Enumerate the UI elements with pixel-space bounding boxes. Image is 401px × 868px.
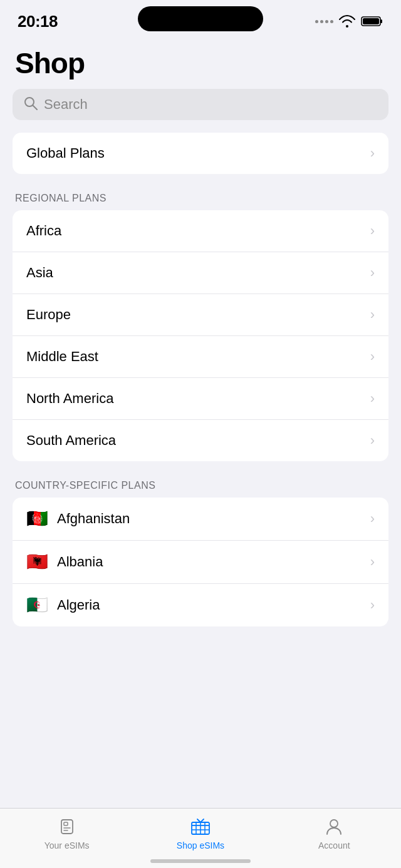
tab-shop-esims[interactable]: Shop eSIMs: [169, 816, 232, 850]
tab-your-esims-label: Your eSIMs: [44, 840, 90, 850]
tab-account-label: Account: [318, 840, 350, 850]
asia-label: Asia: [26, 265, 53, 281]
page-title: Shop: [0, 34, 401, 89]
svg-point-15: [330, 820, 338, 827]
algeria-label: 🇩🇿 Algeria: [26, 596, 100, 614]
global-plans-card: Global Plans ›: [13, 133, 388, 174]
shop-esims-icon: [190, 816, 211, 837]
global-plans-row[interactable]: Global Plans ›: [13, 133, 388, 174]
global-plans-label: Global Plans: [26, 145, 105, 161]
tab-account[interactable]: Account: [303, 816, 365, 850]
algeria-row[interactable]: 🇩🇿 Algeria ›: [13, 584, 388, 626]
regional-plans-heading: REGIONAL PLANS: [0, 179, 401, 210]
svg-rect-1: [380, 19, 382, 23]
home-indicator: [150, 859, 251, 863]
chevron-right-icon: ›: [370, 145, 375, 161]
north-america-label: North America: [26, 391, 113, 407]
europe-label: Europe: [26, 307, 71, 323]
search-container: Search: [0, 89, 401, 133]
europe-row[interactable]: Europe ›: [13, 294, 388, 336]
middle-east-row[interactable]: Middle East ›: [13, 336, 388, 378]
albania-flag: 🇦🇱: [26, 553, 48, 571]
svg-rect-2: [363, 18, 379, 24]
south-america-row[interactable]: South America ›: [13, 420, 388, 461]
account-icon: [323, 816, 345, 837]
search-icon: [24, 96, 38, 113]
asia-row[interactable]: Asia ›: [13, 252, 388, 294]
svg-line-4: [33, 106, 38, 110]
afghanistan-flag: 🇦🇫: [26, 510, 48, 528]
chevron-right-icon: ›: [370, 391, 375, 407]
status-bar: 20:18: [0, 0, 401, 34]
albania-row[interactable]: 🇦🇱 Albania ›: [13, 541, 388, 584]
albania-label: 🇦🇱 Albania: [26, 553, 103, 571]
chevron-right-icon: ›: [370, 349, 375, 365]
search-bar[interactable]: Search: [13, 89, 388, 120]
battery-icon: [361, 15, 383, 28]
chevron-right-icon: ›: [370, 511, 375, 527]
middle-east-label: Middle East: [26, 349, 98, 365]
chevron-right-icon: ›: [370, 597, 375, 613]
tab-shop-esims-label: Shop eSIMs: [177, 840, 224, 850]
tab-your-esims[interactable]: Your eSIMs: [36, 816, 98, 850]
chevron-right-icon: ›: [370, 307, 375, 323]
chevron-right-icon: ›: [370, 265, 375, 281]
africa-row[interactable]: Africa ›: [13, 210, 388, 252]
country-plans-card: 🇦🇫 Afghanistan › 🇦🇱 Albania › 🇩🇿 Algeria…: [13, 498, 388, 626]
signal-icon: [315, 20, 333, 23]
chevron-right-icon: ›: [370, 432, 375, 449]
chevron-right-icon: ›: [370, 223, 375, 239]
afghanistan-row[interactable]: 🇦🇫 Afghanistan ›: [13, 498, 388, 541]
wifi-icon: [338, 15, 356, 28]
status-time: 20:18: [18, 12, 58, 31]
chevron-right-icon: ›: [370, 554, 375, 570]
regional-plans-card: Africa › Asia › Europe › Middle East › N…: [13, 210, 388, 461]
your-esims-icon: [56, 816, 78, 837]
south-america-label: South America: [26, 432, 116, 449]
dynamic-island: [138, 6, 263, 31]
search-placeholder: Search: [44, 96, 88, 113]
status-icons: [315, 15, 383, 28]
algeria-flag: 🇩🇿: [26, 596, 48, 614]
country-plans-heading: COUNTRY-SPECIFIC PLANS: [0, 466, 401, 498]
africa-label: Africa: [26, 223, 61, 239]
afghanistan-label: 🇦🇫 Afghanistan: [26, 510, 130, 528]
north-america-row[interactable]: North America ›: [13, 378, 388, 420]
svg-rect-6: [64, 822, 68, 825]
